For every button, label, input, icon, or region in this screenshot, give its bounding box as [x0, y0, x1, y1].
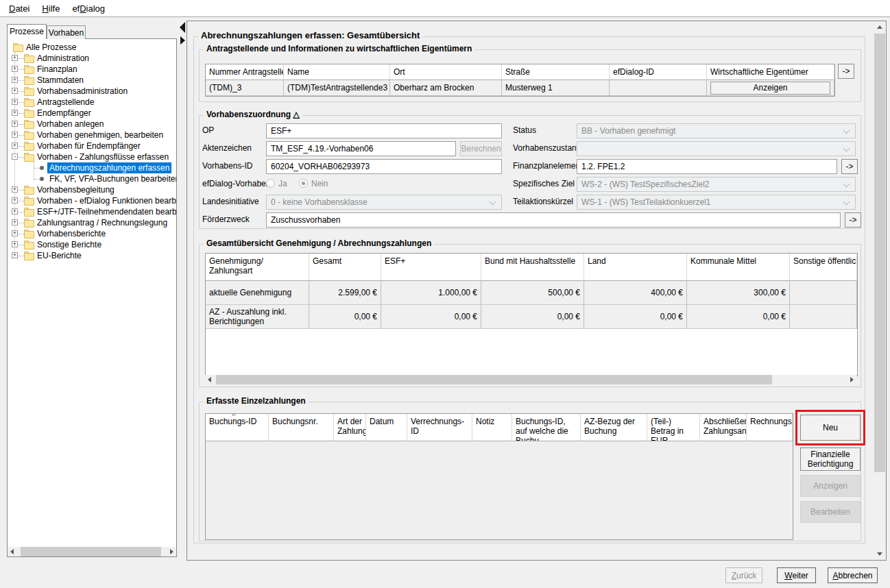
tree-item-2[interactable]: +Finanzplan	[8, 64, 176, 75]
tree-item-10[interactable]: -Vorhaben - Zahlungsflüsse erfassen	[8, 151, 176, 162]
column-header[interactable]: Buchungs-ID^	[206, 414, 269, 441]
column-header[interactable]: Sonstige öffentliche M	[790, 254, 857, 281]
expand-icon[interactable]: +	[12, 252, 18, 258]
tree-item-3[interactable]: +Stammdaten	[8, 75, 176, 86]
column-header[interactable]: Land	[584, 254, 687, 281]
tab-vorhaben[interactable]: Vorhaben	[47, 25, 86, 39]
expand-icon[interactable]: +	[12, 230, 18, 236]
overview-horizontal-scrollbar[interactable]	[205, 375, 856, 384]
collapse-icon[interactable]: -	[12, 154, 18, 160]
abbrechen-button[interactable]: Abbrechen	[828, 567, 878, 583]
radio-ja[interactable]	[266, 179, 275, 188]
column-header[interactable]: Genehmigung/ Zahlungsart	[206, 254, 309, 281]
scroll-right-icon[interactable]	[850, 377, 854, 382]
column-header[interactable]: Datum	[366, 414, 407, 441]
expand-icon[interactable]: +	[12, 99, 18, 105]
tree-item-18[interactable]: +Sonstige Berichte	[8, 239, 176, 250]
expand-icon[interactable]: +	[12, 66, 18, 72]
tree-item-15[interactable]: +ESF+/JTF-Teilnehmendendaten bearbeiten	[8, 206, 176, 217]
scrollbar-thumb[interactable]	[216, 375, 772, 384]
menu-item-hilfe[interactable]: Hilfe	[36, 2, 66, 15]
scroll-left-icon[interactable]	[208, 377, 211, 382]
tree-item-11[interactable]: Abrechnungszahlungen erfassen	[8, 162, 176, 173]
column-header[interactable]: AZ-Bezug der Buchung	[581, 414, 647, 441]
radio-nein[interactable]	[299, 179, 308, 188]
tree-item-12[interactable]: FK, VF, VFA-Buchungen bearbeiten	[8, 173, 176, 184]
tree-item-label: Vorhaben - efDialog Funktionen bearbeite…	[35, 195, 177, 206]
scroll-left-icon[interactable]	[10, 549, 14, 554]
column-header[interactable]: Kommunale Mittel	[687, 254, 790, 281]
scroll-up-icon[interactable]	[877, 25, 882, 29]
folder-icon	[24, 253, 34, 260]
column-header[interactable]: Art der Zahlung	[334, 414, 366, 441]
tree-item-13[interactable]: +Vorhabensbegleitung	[8, 184, 176, 195]
scrollbar-thumb[interactable]	[874, 34, 885, 472]
scroll-down-icon[interactable]	[877, 552, 882, 556]
collapse-left-icon[interactable]	[180, 22, 185, 33]
tree-item-6[interactable]: +Endempfänger	[8, 108, 176, 119]
expand-icon[interactable]: +	[12, 132, 18, 138]
tree-item-7[interactable]: +Vorhaben anlegen	[8, 119, 176, 130]
menu-item-efdialog[interactable]: efDialog	[66, 2, 111, 15]
panel-splitter[interactable]	[178, 21, 187, 561]
foerderzweck-input[interactable]: Zuschussvorhaben	[266, 212, 841, 228]
column-header[interactable]: Name	[284, 64, 390, 80]
neu-button[interactable]: Neu	[800, 415, 861, 441]
expand-icon[interactable]: +	[12, 241, 18, 247]
main-vertical-scrollbar[interactable]	[874, 22, 885, 559]
column-header[interactable]: Notiz	[472, 414, 512, 441]
tree-item-label: Sonstige Berichte	[35, 239, 104, 250]
column-header[interactable]: Verrechnungs-ID	[407, 414, 472, 441]
expand-icon[interactable]: +	[12, 55, 18, 61]
tree-item-1[interactable]: +Administration	[8, 53, 176, 64]
column-header[interactable]: Abschließende Zahlungsantra	[700, 414, 747, 441]
column-header[interactable]: Buchungsnr.	[269, 414, 334, 441]
column-header[interactable]: Straße	[502, 64, 610, 80]
expand-icon[interactable]: +	[12, 121, 18, 127]
expand-icon[interactable]: +	[12, 77, 18, 83]
tree-item-5[interactable]: +Antragstellende	[8, 97, 176, 108]
expand-icon[interactable]: +	[12, 143, 18, 149]
scroll-right-icon[interactable]	[170, 549, 173, 554]
tree-item-9[interactable]: +Vorhaben für Endempfänger	[8, 140, 176, 151]
column-header[interactable]: efDialog-ID	[610, 64, 707, 80]
finanzplanelement-input[interactable]: 1.2. FPE1.2	[577, 159, 837, 174]
column-header[interactable]: Nummer Antragstelle...	[206, 64, 284, 80]
column-header[interactable]: ESF+	[381, 254, 481, 281]
table-cell: 0,00 €	[687, 305, 790, 329]
expand-icon[interactable]: +	[12, 197, 18, 204]
tree-item-0[interactable]: Alle Prozesse	[8, 42, 176, 53]
tab-prozesse[interactable]: Prozesse	[7, 24, 47, 39]
weiter-button[interactable]: Weiter	[777, 567, 816, 583]
expand-icon[interactable]: +	[12, 186, 18, 193]
foerderzweck-detail-button[interactable]: ->	[845, 212, 861, 228]
aktenzeichen-input[interactable]: TM_ESF_4.19.-Vorhaben06	[266, 141, 456, 156]
applicants-detail-button[interactable]: ->	[838, 64, 854, 79]
expand-right-icon[interactable]	[180, 36, 185, 45]
expand-icon[interactable]: +	[12, 110, 18, 116]
tree-item-17[interactable]: +Vorhabensberichte	[8, 228, 176, 239]
tree-item-8[interactable]: +Vorhaben genehmigen, bearbeiten	[8, 130, 176, 140]
menu-item-datei[interactable]: Datei	[3, 2, 36, 15]
column-header[interactable]: (Teil-) Betrag in EUR	[647, 414, 700, 441]
expand-icon[interactable]: +	[12, 219, 18, 225]
anzeigen-cell-button[interactable]: Anzeigen	[710, 82, 830, 95]
tree-item-16[interactable]: +Zahlungsantrag / Rechnungslegung	[8, 217, 176, 228]
tree-horizontal-scrollbar[interactable]	[8, 547, 176, 556]
column-header[interactable]: Rechnungsleg	[747, 414, 793, 441]
op-input[interactable]: ESF+	[266, 123, 502, 138]
tree-item-19[interactable]: +EU-Berichte	[8, 250, 176, 261]
column-header[interactable]: Wirtschaftliche Eigentümer	[707, 64, 834, 80]
expand-icon[interactable]: +	[12, 88, 18, 94]
expand-icon[interactable]: +	[12, 208, 18, 215]
scrollbar-thumb[interactable]	[21, 547, 161, 556]
tree-item-4[interactable]: +Vorhabensadministration	[8, 86, 176, 97]
finanzielle-berichtigung-button[interactable]: Finanzielle Berichtigung	[800, 448, 861, 471]
column-header[interactable]: Ort	[390, 64, 502, 80]
vorhabens-id-input[interactable]: 60204_VORHAB06293973	[266, 159, 502, 174]
column-header[interactable]: Bund mit Haushaltsstelle	[481, 254, 584, 281]
column-header[interactable]: Gesamt	[309, 254, 381, 281]
tree-item-14[interactable]: +Vorhaben - efDialog Funktionen bearbeit…	[8, 195, 176, 206]
column-header[interactable]: Buchungs-ID, auf welche die Buchu	[512, 414, 581, 441]
finanzplanelement-detail-button[interactable]: ->	[841, 159, 858, 174]
